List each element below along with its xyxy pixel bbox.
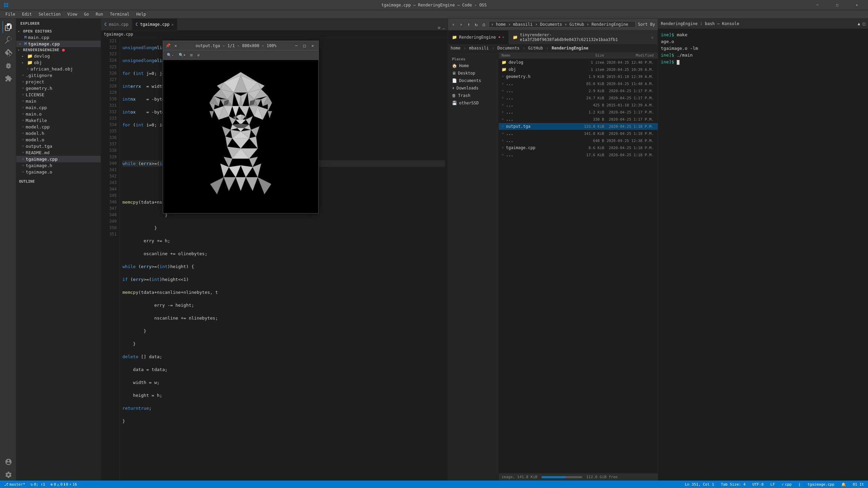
file-row-file8[interactable]: ◦... 648 B 2020-04-25 12:38 P.M. (499, 137, 658, 144)
path-mbassili[interactable]: mbassili (469, 46, 489, 50)
fm-tab-renderingengine-close[interactable]: ✕ (502, 35, 504, 39)
menu-help[interactable]: Help (134, 11, 149, 17)
activity-search[interactable] (2, 34, 14, 46)
fm-up-button[interactable]: ↑ (466, 21, 471, 28)
fm-forward-button[interactable]: › (458, 21, 463, 28)
maximize-button[interactable]: □ (829, 0, 845, 10)
tree-main[interactable]: ◦ main (16, 98, 101, 104)
menu-run[interactable]: Run (93, 11, 106, 17)
status-sync[interactable]: ↻ 0; ↑1 (29, 482, 46, 487)
file-row-file7[interactable]: ◦... 141.8 KiB 2020-04-25 1:18 P.M. (499, 130, 658, 137)
file-row-output-tga[interactable]: ◦output.tga 133.8 KiB 2020-04-25 1:18 P.… (499, 123, 658, 130)
iv-zoom-out-button[interactable]: 🔍- (165, 52, 176, 58)
places-desktop[interactable]: 🖥 Desktop (448, 69, 498, 77)
tree-devlog[interactable]: ▸ 📁 devlog (16, 53, 101, 59)
menu-edit[interactable]: Edit (19, 11, 35, 17)
iv-pin-icon[interactable]: 📌 (166, 43, 171, 48)
tree-output-tga[interactable]: ◦ output.tga (16, 143, 101, 149)
activity-debug[interactable] (2, 60, 14, 72)
file-row-file4[interactable]: ◦... 425 B 2015-01-18 12:39 A.M. (499, 102, 658, 109)
menu-terminal[interactable]: Terminal (107, 11, 132, 17)
tree-tgaimage-cpp[interactable]: ◦ tgaimage.cpp (16, 156, 101, 162)
path-home[interactable]: home (451, 46, 460, 50)
fm-reload-button[interactable]: ↻ (473, 21, 479, 28)
file-row-file9[interactable]: ◦... 17.6 KiB 2020-04-25 1:18 P.M. (499, 151, 658, 159)
file-row-file5[interactable]: ◦... 1.2 KiB 2020-04-25 1:17 P.M. (499, 109, 658, 116)
open-editors-header[interactable]: ▾ Open Editors (16, 28, 101, 34)
close-button[interactable]: ✕ (849, 0, 865, 10)
places-other-ssd[interactable]: 💾 otherSSD (448, 99, 498, 107)
iv-zoom-in-button[interactable]: 🔍+ (177, 52, 188, 58)
places-documents[interactable]: 📄 Documents (448, 77, 498, 84)
more-actions-icon[interactable]: … (442, 25, 445, 30)
tab-main-cpp[interactable]: C main.cpp (101, 19, 132, 30)
status-lang[interactable]: ✓ cpp (780, 482, 793, 487)
path-renderingengine[interactable]: RenderingEngine (552, 46, 588, 50)
status-errors[interactable]: ⊗ 0 △ 0 ℹ 0 ⚡ 16 (49, 482, 78, 487)
editor-item-main-cpp[interactable]: M main.cpp (16, 34, 101, 41)
activity-settings[interactable] (2, 469, 14, 481)
tree-geometry-h[interactable]: ◦ geometry.h (16, 85, 101, 92)
status-eol[interactable]: LF (769, 482, 776, 487)
file-row-file2[interactable]: ◦... 2.9 KiB 2020-04-25 1:17 P.M. (499, 87, 658, 95)
activity-extensions[interactable] (2, 73, 14, 84)
status-filename[interactable]: tgaimage.cpp (806, 482, 835, 487)
iv-maximize-button[interactable]: □ (301, 43, 308, 49)
places-home[interactable]: 🏠 Home (448, 62, 498, 69)
tree-main-o[interactable]: ◦ main.o (16, 111, 101, 117)
path-github[interactable]: GitHub (528, 46, 543, 50)
terminal-body[interactable]: ine]$ make age.o tgaimage.o -lm ine]$ ./… (658, 29, 868, 481)
tree-model-h[interactable]: ◦ model.h (16, 130, 101, 137)
iv-minimize-button[interactable]: ─ (293, 43, 299, 49)
activity-explorer[interactable] (2, 21, 14, 33)
iv-close-button[interactable]: ✕ (310, 43, 316, 49)
tree-model-cpp[interactable]: ◦ model.cpp (16, 124, 101, 130)
fm-tab-tinyrenderer-close[interactable]: ✕ (651, 36, 653, 39)
menu-view[interactable]: View (65, 11, 80, 17)
terminal-max-icon[interactable]: □ (863, 21, 865, 26)
file-row-obj[interactable]: 📁obj 1 item 2020-04-25 10:39 A.M. (499, 66, 658, 73)
places-downloads[interactable]: ⬇ Downloads (448, 84, 498, 92)
file-row-devlog[interactable]: 📁devlog 1 item 2020-04-25 12:40 P.M. (499, 59, 658, 66)
file-row-tgaimage-cpp[interactable]: ◦tgaimage.cpp 8.6 KiB 2020-04-25 1:18 P.… (499, 144, 658, 151)
status-position[interactable]: Ln 351, Col 1 (684, 482, 715, 487)
path-documents[interactable]: Documents (497, 46, 519, 50)
status-encoding[interactable]: UTF-8 (751, 482, 765, 487)
tree-african-head[interactable]: ◦ african_head.obj (16, 66, 101, 72)
tree-license[interactable]: ◦ LICENSE (16, 92, 101, 98)
tree-model-o[interactable]: ◦ model.o (16, 137, 101, 143)
status-branch[interactable]: ⎇ master* (3, 482, 26, 487)
terminal-expand-icon[interactable]: ▲ (858, 21, 860, 26)
activity-accounts[interactable] (2, 456, 14, 468)
menu-file[interactable]: File (3, 11, 18, 17)
fm-tab-renderingengine[interactable]: 📁 RenderingEngine ● ✕ (448, 30, 509, 44)
fm-file-list[interactable]: 📁devlog 1 item 2020-04-25 12:40 P.M. 📁ob… (499, 59, 658, 473)
minimize-button[interactable]: ─ (810, 0, 825, 10)
file-row-file6[interactable]: ◦... 330 B 2020-04-25 1:17 P.M. (499, 116, 658, 123)
places-trash[interactable]: 🗑 Trash (448, 92, 498, 99)
menu-selection[interactable]: Selection (36, 11, 63, 17)
tree-tgaimage-o[interactable]: ◦ tgaimage.o (16, 169, 101, 175)
activity-git[interactable] (2, 47, 14, 59)
fm-back-button[interactable]: ‹ (451, 21, 456, 28)
tree-obj[interactable]: ▸ 📁 obj (16, 59, 101, 66)
iv-settings-icon[interactable]: ✕ (173, 43, 179, 49)
renderingengine-header[interactable]: ▾ RenderingEngine (16, 47, 101, 53)
tree-main-cpp[interactable]: ◦ main.cpp (16, 104, 101, 111)
tree-tgaimage-h[interactable]: ◦ tgaimage.h (16, 162, 101, 169)
fm-sort-by-label[interactable]: Sort By (638, 22, 655, 27)
iv-rotate-button[interactable]: ↺ (196, 52, 201, 58)
file-row-file3[interactable]: ◦... 24.7 KiB 2020-04-25 1:17 P.M. (499, 95, 658, 102)
tree-gitignore[interactable]: ◦ .gitignore (16, 72, 101, 79)
split-editor-icon[interactable]: ⊞ (438, 25, 440, 30)
tgaimage-tab-close[interactable]: ✕ (172, 23, 174, 26)
fm-tab-tinyrenderer[interactable]: 📁 tinyrenderer-e1a3f2b0f9638fa6db9e0437c… (509, 30, 658, 44)
tree-readme[interactable]: ◦ README.md (16, 149, 101, 156)
iv-fit-button[interactable]: ⊡ (189, 52, 194, 58)
menu-go[interactable]: Go (81, 11, 92, 17)
tree-makefile[interactable]: ◦ Makefile (16, 117, 101, 124)
editor-item-tgaimage-cpp[interactable]: ✕ M tgaimage.cpp (16, 41, 101, 47)
file-row-geometry-h[interactable]: ◦geometry.h 1.9 KiB 2015-01-18 12:39 A.M… (499, 73, 658, 80)
tree-project[interactable]: ◦ project (16, 79, 101, 85)
status-bell[interactable]: 🔔 (840, 482, 847, 487)
